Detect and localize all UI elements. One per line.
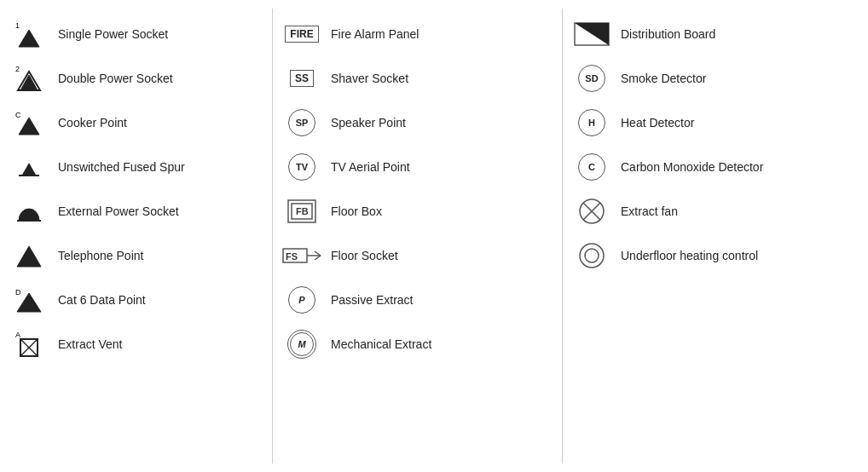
legend-item-tv-aerial-point: TV TV Aerial Point — [280, 145, 555, 189]
label-co-detector: Carbon Monoxide Detector — [621, 159, 763, 175]
svg-marker-6 — [19, 118, 39, 135]
legend-item-unswitched-fused-spur: Unswitched Fused Spur — [7, 145, 265, 189]
column-1: 1 Single Power Socket 2 Double Power Soc… — [0, 9, 273, 463]
legend-item-smoke-detector: SD Smoke Detector — [570, 56, 863, 101]
legend-item-passive-extract: P Passive Extract — [280, 278, 555, 322]
m-badge: M — [287, 330, 316, 359]
legend-item-external-power-socket: External Power Socket — [7, 189, 265, 233]
symbol-mechanical-extract: M — [280, 330, 324, 359]
legend-item-telephone-point: Telephone Point — [7, 233, 265, 278]
symbol-tv-aerial-point: TV — [280, 153, 324, 181]
label-double-power-socket: Double Power Socket — [58, 71, 173, 86]
legend-item-floor-box: FB Floor Box — [280, 189, 555, 233]
legend-item-single-power-socket: 1 Single Power Socket — [7, 12, 265, 56]
symbol-floor-box: FB — [280, 196, 324, 227]
legend-item-cat6-data-point: D Cat 6 Data Point — [7, 278, 265, 322]
legend-item-fire-alarm-panel: FIRE Fire Alarm Panel — [280, 12, 555, 56]
column-2: FIRE Fire Alarm Panel SS Shaver Socket S… — [273, 9, 563, 463]
label-extract-fan: Extract fan — [621, 204, 678, 219]
label-external-power-socket: External Power Socket — [58, 204, 179, 219]
symbol-cat6-data-point: D — [7, 285, 51, 315]
label-shaver-socket: Shaver Socket — [331, 71, 408, 86]
symbol-heat-detector: H — [570, 109, 614, 136]
symbol-extract-fan — [570, 196, 614, 227]
symbol-double-power-socket: 2 — [7, 63, 51, 94]
svg-marker-26 — [575, 23, 609, 45]
svg-text:C: C — [15, 111, 21, 119]
svg-marker-7 — [22, 164, 36, 176]
symbol-co-detector: C — [570, 153, 614, 181]
label-floor-box: Floor Box — [331, 204, 382, 219]
label-tv-aerial-point: TV Aerial Point — [331, 159, 410, 175]
label-heat-detector: Heat Detector — [621, 115, 694, 130]
symbol-external-power-socket — [7, 199, 51, 224]
legend-container: 1 Single Power Socket 2 Double Power Soc… — [0, 0, 868, 472]
legend-item-speaker-point: SP Speaker Point — [280, 101, 555, 145]
svg-marker-10 — [17, 246, 41, 267]
svg-marker-1 — [19, 30, 39, 47]
ss-badge: SS — [290, 70, 314, 87]
svg-text:2: 2 — [15, 65, 20, 73]
label-extract-vent: Extract Vent — [58, 337, 122, 352]
legend-item-co-detector: C Carbon Monoxide Detector — [570, 145, 863, 189]
symbol-shaver-socket: SS — [280, 70, 324, 87]
label-cat6-data-point: Cat 6 Data Point — [58, 292, 146, 308]
label-smoke-detector: Smoke Detector — [621, 71, 706, 86]
label-speaker-point: Speaker Point — [331, 115, 406, 130]
legend-item-shaver-socket: SS Shaver Socket — [280, 56, 555, 101]
label-mechanical-extract: Mechanical Extract — [331, 337, 431, 352]
label-telephone-point: Telephone Point — [58, 248, 143, 263]
label-single-power-socket: Single Power Socket — [58, 26, 168, 42]
symbol-single-power-socket: 1 — [7, 20, 51, 49]
legend-item-mechanical-extract: M Mechanical Extract — [280, 322, 555, 366]
symbol-telephone-point — [7, 241, 51, 270]
symbol-passive-extract: P — [280, 286, 324, 314]
label-underfloor-heating: Underfloor heating control — [621, 248, 758, 263]
label-fire-alarm-panel: Fire Alarm Panel — [331, 26, 419, 42]
label-distribution-board: Distribution Board — [621, 26, 715, 42]
sp-badge: SP — [288, 109, 315, 136]
symbol-unswitched-fused-spur — [7, 152, 51, 182]
legend-item-double-power-socket: 2 Double Power Socket — [7, 56, 265, 101]
symbol-underfloor-heating — [570, 240, 614, 271]
label-unswitched-fused-spur: Unswitched Fused Spur — [58, 159, 185, 175]
svg-text:D: D — [15, 288, 21, 296]
column-3: Distribution Board SD Smoke Detector H H… — [563, 9, 868, 463]
svg-text:FS: FS — [286, 251, 298, 262]
symbol-distribution-board — [570, 20, 614, 49]
legend-item-distribution-board: Distribution Board — [570, 12, 863, 56]
co-badge: C — [578, 153, 605, 181]
p-badge: P — [288, 286, 315, 314]
svg-text:1: 1 — [15, 21, 20, 30]
label-cooker-point: Cooker Point — [58, 115, 127, 130]
legend-item-underfloor-heating: Underfloor heating control — [570, 233, 863, 278]
label-passive-extract: Passive Extract — [331, 292, 413, 308]
legend-item-extract-vent: A Extract Vent — [7, 322, 265, 366]
symbol-cooker-point: C — [7, 107, 51, 138]
svg-text:FB: FB — [296, 206, 309, 216]
fire-badge: FIRE — [285, 26, 318, 43]
svg-point-31 — [585, 249, 599, 262]
h-badge: H — [578, 109, 605, 136]
label-floor-socket: Floor Socket — [331, 248, 398, 263]
legend-item-heat-detector: H Heat Detector — [570, 101, 863, 145]
symbol-speaker-point: SP — [280, 109, 324, 136]
svg-point-30 — [580, 244, 604, 268]
sd-badge: SD — [578, 65, 605, 92]
svg-text:A: A — [15, 331, 20, 339]
symbol-fire-alarm-panel: FIRE — [280, 26, 324, 43]
legend-item-floor-socket: FS Floor Socket — [280, 233, 555, 278]
symbol-extract-vent: A — [7, 329, 51, 360]
tv-badge: TV — [288, 153, 315, 181]
legend-item-extract-fan: Extract fan — [570, 189, 863, 233]
symbol-floor-socket: FS — [280, 245, 324, 267]
symbol-smoke-detector: SD — [570, 65, 614, 92]
legend-item-cooker-point: C Cooker Point — [7, 101, 265, 145]
